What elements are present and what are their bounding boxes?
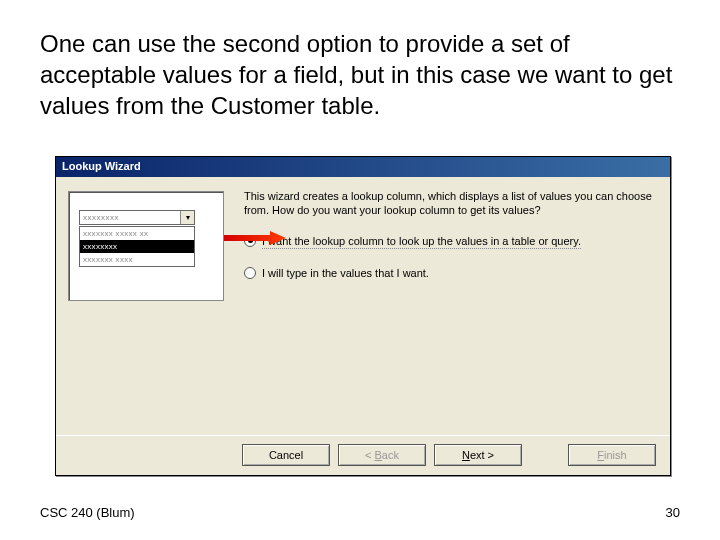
sample-preview-box: xxxxxxxx ▾ xxxxxxx xxxxx xx xxxxxxxx xxx…: [68, 191, 224, 301]
lookup-wizard-window: Lookup Wizard xxxxxxxx ▾ xxxxxxx xxxxx x…: [55, 156, 671, 476]
list-item: xxxxxxx xxxx: [80, 253, 194, 266]
option-label: I will type in the values that I want.: [262, 266, 429, 280]
wizard-body: xxxxxxxx ▾ xxxxxxx xxxxx xx xxxxxxxx xxx…: [56, 177, 670, 435]
wizard-intro-text: This wizard creates a lookup column, whi…: [244, 189, 654, 218]
option-lookup-table[interactable]: I want the lookup column to look up the …: [244, 234, 654, 248]
radio-icon[interactable]: [244, 235, 256, 247]
slide-footer-left: CSC 240 (Blum): [40, 505, 135, 520]
wizard-title-bar: Lookup Wizard: [56, 157, 670, 177]
next-button[interactable]: Next >: [434, 444, 522, 466]
radio-icon[interactable]: [244, 267, 256, 279]
finish-button[interactable]: Finish: [568, 444, 656, 466]
wizard-button-row: Cancel < Back Next > Finish: [56, 435, 670, 475]
wizard-illustration-pane: xxxxxxxx ▾ xxxxxxx xxxxx xx xxxxxxxx xxx…: [56, 177, 236, 435]
sample-listbox: xxxxxxx xxxxx xx xxxxxxxx xxxxxxx xxxx: [79, 226, 195, 267]
chevron-down-icon: ▾: [180, 211, 194, 224]
wizard-content-pane: This wizard creates a lookup column, whi…: [236, 177, 670, 435]
slide-body-text: One can use the second option to provide…: [40, 28, 680, 122]
list-item: xxxxxxx xxxxx xx: [80, 227, 194, 240]
sample-combo: xxxxxxxx ▾: [79, 210, 195, 225]
option-label: I want the lookup column to look up the …: [262, 234, 581, 248]
cancel-button[interactable]: Cancel: [242, 444, 330, 466]
list-item: xxxxxxxx: [80, 240, 194, 253]
back-button[interactable]: < Back: [338, 444, 426, 466]
slide-page-number: 30: [666, 505, 680, 520]
sample-combo-text: xxxxxxxx: [80, 211, 180, 224]
option-type-values[interactable]: I will type in the values that I want.: [244, 266, 654, 280]
